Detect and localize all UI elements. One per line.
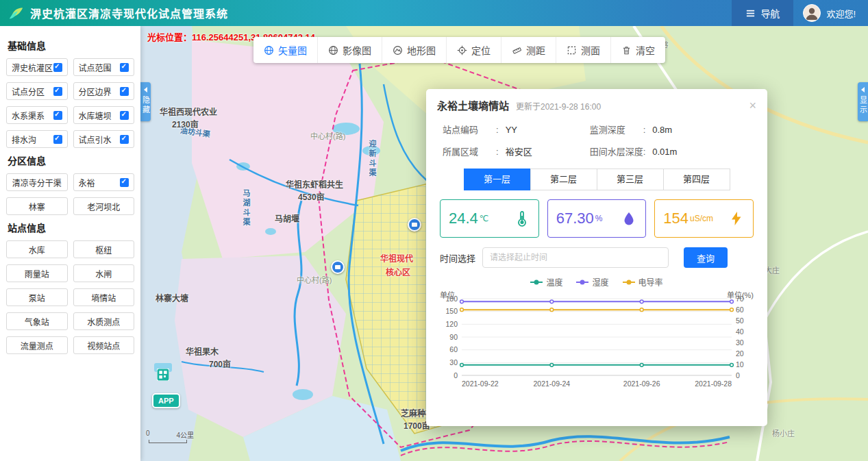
info-field: 所属区域:裕安区 bbox=[443, 145, 583, 158]
checkbox-checked-icon[interactable] bbox=[53, 63, 62, 72]
sidebar-item[interactable]: 雨量站 bbox=[6, 264, 68, 282]
sidebar-item[interactable]: 视频站点 bbox=[73, 336, 135, 354]
time-range-input[interactable] bbox=[482, 247, 669, 268]
app-header: 淠史杭灌区清凉寺现代化试点管理系统 导航 欢迎您! bbox=[0, 0, 868, 26]
toolbar-button-label: 影像图 bbox=[343, 43, 371, 57]
svg-text:30: 30 bbox=[736, 338, 744, 347]
checkbox-checked-icon[interactable] bbox=[53, 111, 62, 120]
sidebar-section-title: 基础信息 bbox=[8, 38, 133, 52]
video-station-marker[interactable] bbox=[157, 369, 169, 384]
sidebar-item-label: 枢纽 bbox=[95, 244, 112, 256]
sidebar-item-label: 流量测点 bbox=[21, 340, 53, 351]
station-marker[interactable] bbox=[331, 260, 345, 274]
legend-item[interactable]: 湿度 bbox=[576, 276, 608, 288]
nav-button[interactable]: 导航 bbox=[732, 0, 793, 26]
sidebar-item[interactable]: 试点分区 bbox=[6, 82, 68, 100]
sidebar-item[interactable]: 试点引水 bbox=[73, 130, 135, 148]
toolbar-area-button[interactable]: 测面 bbox=[556, 37, 611, 63]
sidebar-item[interactable]: 气象站 bbox=[6, 312, 68, 330]
map-label: 马湖斗渠 bbox=[240, 189, 251, 227]
checkbox-checked-icon[interactable] bbox=[120, 135, 129, 144]
svg-text:150: 150 bbox=[445, 307, 458, 315]
svg-text:20: 20 bbox=[736, 349, 744, 358]
info-colon: : bbox=[496, 147, 499, 157]
tab-layer-1[interactable]: 第一层 bbox=[464, 169, 531, 190]
sidebar-item-label: 水库 bbox=[29, 244, 45, 256]
legend-item[interactable]: 温度 bbox=[530, 276, 562, 288]
nav-label: 导航 bbox=[760, 6, 780, 20]
map-label: 马胡堰 bbox=[275, 212, 299, 224]
map-label: 700亩 bbox=[209, 358, 231, 369]
checkbox-checked-icon[interactable] bbox=[53, 135, 62, 144]
map-area[interactable]: 光标位置：116.25644251,31.80604742,14 矢量图影像图地… bbox=[140, 26, 868, 461]
svg-text:120: 120 bbox=[445, 320, 458, 328]
sidebar-item[interactable]: 水闸 bbox=[73, 264, 135, 282]
tab-layer-3[interactable]: 第三层 bbox=[597, 169, 664, 190]
layer-tabs: 第一层第二层第三层第四层 bbox=[426, 169, 767, 190]
sidebar-item[interactable]: 淠史杭灌区 bbox=[6, 58, 68, 76]
toolbar-globe-button[interactable]: 矢量图 bbox=[253, 37, 318, 63]
metric-unit: ℃ bbox=[480, 214, 488, 223]
toolbar-ruler-button[interactable]: 测距 bbox=[501, 37, 556, 63]
sidebar-item[interactable]: 林寨 bbox=[6, 197, 68, 215]
metric-card: 67.30% bbox=[547, 199, 647, 238]
sidebar-item[interactable]: 水库塘坝 bbox=[73, 106, 135, 124]
svg-text:60: 60 bbox=[449, 345, 458, 353]
checkbox-checked-icon[interactable] bbox=[120, 87, 129, 96]
map-label: 华祖西现代农业 bbox=[160, 105, 217, 117]
station-marker[interactable] bbox=[408, 218, 421, 232]
dialog-updated-time: 更新于2021-9-28 16:00 bbox=[516, 100, 601, 112]
svg-text:60: 60 bbox=[736, 306, 744, 314]
info-field-label: 监测深度 bbox=[590, 123, 643, 136]
sidebar-item[interactable]: 水系渠系 bbox=[6, 106, 68, 124]
globe-icon bbox=[328, 45, 338, 55]
legend-item[interactable]: 电导率 bbox=[623, 276, 663, 288]
legend-dot-icon bbox=[626, 279, 631, 284]
sidebar-item[interactable]: 分区边界 bbox=[73, 82, 135, 100]
checkbox-checked-icon[interactable] bbox=[120, 178, 129, 187]
checkbox-checked-icon[interactable] bbox=[120, 63, 129, 72]
legend-expand-tab[interactable]: 显示 bbox=[858, 82, 868, 121]
sidebar-item-label: 淠史杭灌区 bbox=[12, 62, 53, 73]
checkbox-checked-icon[interactable] bbox=[120, 111, 129, 120]
y-axis-right-label: 单位(%) bbox=[727, 289, 754, 300]
sidebar-collapse-tab[interactable]: 隐藏 bbox=[140, 82, 151, 121]
avatar[interactable] bbox=[803, 4, 821, 22]
sidebar-item[interactable]: 老河坝北 bbox=[73, 197, 135, 215]
close-icon[interactable]: × bbox=[749, 99, 756, 112]
sidebar-item[interactable]: 水库 bbox=[6, 240, 68, 258]
checkbox-checked-icon[interactable] bbox=[53, 87, 62, 96]
sidebar-item[interactable]: 永裕 bbox=[73, 173, 135, 191]
svg-text:30: 30 bbox=[449, 358, 458, 366]
sidebar-item[interactable]: 枢纽 bbox=[73, 240, 135, 258]
metric-value: 154 bbox=[663, 210, 689, 227]
metric-value: 67.30 bbox=[556, 210, 594, 227]
toolbar-locate-button[interactable]: 定位 bbox=[447, 37, 501, 63]
query-button[interactable]: 查询 bbox=[684, 247, 728, 268]
dialog-header: 永裕土壤墒情站 更新于2021-9-28 16:00 × bbox=[426, 89, 767, 119]
chevron-left-icon bbox=[144, 87, 147, 92]
sidebar-item[interactable]: 泵站 bbox=[6, 288, 68, 306]
toolbar-globe-button[interactable]: 影像图 bbox=[318, 37, 382, 63]
sidebar-item[interactable]: 水质测点 bbox=[73, 312, 135, 330]
locate-icon bbox=[457, 45, 467, 55]
time-filter-row: 时间选择 查询 bbox=[426, 247, 767, 268]
sidebar-item[interactable]: 排水沟 bbox=[6, 130, 68, 148]
tab-layer-4[interactable]: 第四层 bbox=[663, 169, 730, 190]
dialog-title: 永裕土壤墒情站 bbox=[437, 98, 509, 112]
svg-text:2021-09-24: 2021-09-24 bbox=[533, 379, 570, 388]
user-area[interactable]: 欢迎您! bbox=[793, 0, 868, 26]
sidebar-item[interactable]: 流量测点 bbox=[6, 336, 68, 354]
sidebar-item-label: 试点分区 bbox=[12, 86, 45, 97]
sidebar-item-label: 分区边界 bbox=[79, 86, 112, 97]
app-station-badge[interactable]: APP bbox=[152, 393, 180, 408]
station-info: 站点编码:YY监测深度:0.8m所属区域:裕安区田间水层深度:0.01m bbox=[426, 119, 767, 159]
menu-icon bbox=[745, 8, 756, 18]
sidebar-item[interactable]: 清凉寺分干渠 bbox=[6, 173, 68, 191]
toolbar-trash-button[interactable]: 清空 bbox=[611, 37, 665, 63]
tab-layer-2[interactable]: 第二层 bbox=[530, 169, 597, 190]
chart-legend: 温度湿度电导率 bbox=[426, 276, 767, 288]
toolbar-terrain-button[interactable]: 地形图 bbox=[382, 37, 447, 63]
sidebar-item[interactable]: 试点范围 bbox=[73, 58, 135, 76]
sidebar-item[interactable]: 墒情站 bbox=[73, 288, 135, 306]
